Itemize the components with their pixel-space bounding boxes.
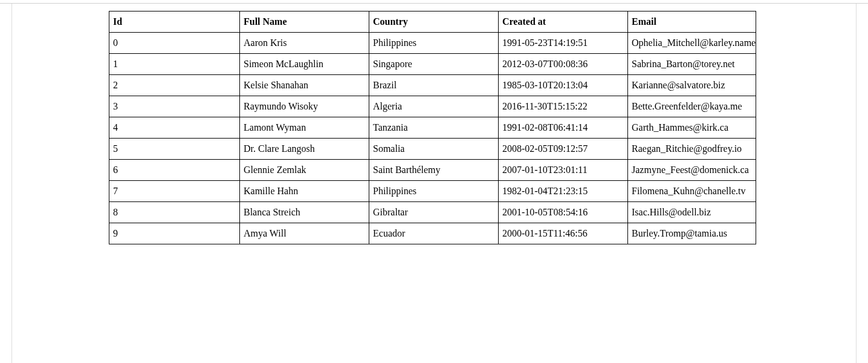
table-row: 7Kamille HahnPhilippines1982-01-04T21:23… xyxy=(109,181,756,202)
cell-country: Algeria xyxy=(369,96,499,117)
cell-full-name: Glennie Zemlak xyxy=(240,160,369,181)
cell-created-at: 2012-03-07T00:08:36 xyxy=(499,54,628,75)
cell-id: 9 xyxy=(109,223,240,244)
table-row: 5Dr. Clare LangoshSomalia2008-02-05T09:1… xyxy=(109,139,756,160)
cell-created-at: 2001-10-05T08:54:16 xyxy=(499,202,628,223)
cell-email: Isac.Hills@odell.biz xyxy=(628,202,756,223)
data-table: Id Full Name Country Created at Email 0A… xyxy=(109,11,756,244)
cell-country: Tanzania xyxy=(369,117,499,139)
cell-full-name: Kamille Hahn xyxy=(240,181,369,202)
cell-email: Filomena_Kuhn@chanelle.tv xyxy=(628,181,756,202)
cell-id: 8 xyxy=(109,202,240,223)
table-container: Id Full Name Country Created at Email 0A… xyxy=(109,11,756,244)
cell-email: Jazmyne_Feest@domenick.ca xyxy=(628,160,756,181)
cell-country: Saint Barthélemy xyxy=(369,160,499,181)
cell-created-at: 2016-11-30T15:15:22 xyxy=(499,96,628,117)
cell-email: Sabrina_Barton@torey.net xyxy=(628,54,756,75)
cell-created-at: 1985-03-10T20:13:04 xyxy=(499,75,628,96)
cell-country: Singapore xyxy=(369,54,499,75)
cell-email: Bette.Greenfelder@kaya.me xyxy=(628,96,756,117)
table-row: 0Aaron KrisPhilippines1991-05-23T14:19:5… xyxy=(109,33,756,54)
cell-created-at: 1991-02-08T06:41:14 xyxy=(499,117,628,139)
cell-id: 3 xyxy=(109,96,240,117)
table-row: 3Raymundo WisokyAlgeria2016-11-30T15:15:… xyxy=(109,96,756,117)
cell-created-at: 2007-01-10T23:01:11 xyxy=(499,160,628,181)
cell-created-at: 1991-05-23T14:19:51 xyxy=(499,33,628,54)
cell-email: Burley.Tromp@tamia.us xyxy=(628,223,756,244)
header-created-at: Created at xyxy=(499,11,628,33)
cell-full-name: Raymundo Wisoky xyxy=(240,96,369,117)
table-row: 4Lamont WymanTanzania1991-02-08T06:41:14… xyxy=(109,117,756,139)
table-row: 9Amya WillEcuador2000-01-15T11:46:56Burl… xyxy=(109,223,756,244)
cell-created-at: 2000-01-15T11:46:56 xyxy=(499,223,628,244)
cell-email: Raegan_Ritchie@godfrey.io xyxy=(628,139,756,160)
header-full-name: Full Name xyxy=(240,11,369,33)
header-country: Country xyxy=(369,11,499,33)
table-row: 1Simeon McLaughlinSingapore2012-03-07T00… xyxy=(109,54,756,75)
cell-email: Garth_Hammes@kirk.ca xyxy=(628,117,756,139)
cell-country: Philippines xyxy=(369,33,499,54)
cell-id: 2 xyxy=(109,75,240,96)
cell-email: Karianne@salvatore.biz xyxy=(628,75,756,96)
cell-country: Brazil xyxy=(369,75,499,96)
cell-full-name: Kelsie Shanahan xyxy=(240,75,369,96)
page-sheet: Id Full Name Country Created at Email 0A… xyxy=(11,4,857,363)
header-email: Email xyxy=(628,11,756,33)
cell-country: Gibraltar xyxy=(369,202,499,223)
cell-full-name: Amya Will xyxy=(240,223,369,244)
cell-id: 7 xyxy=(109,181,240,202)
cell-email: Ophelia_Mitchell@karley.name xyxy=(628,33,756,54)
table-row: 6Glennie ZemlakSaint Barthélemy2007-01-1… xyxy=(109,160,756,181)
header-id: Id xyxy=(109,11,240,33)
cell-id: 1 xyxy=(109,54,240,75)
cell-id: 6 xyxy=(109,160,240,181)
cell-full-name: Dr. Clare Langosh xyxy=(240,139,369,160)
table-row: 8Blanca StreichGibraltar2001-10-05T08:54… xyxy=(109,202,756,223)
cell-country: Ecuador xyxy=(369,223,499,244)
table-row: 2Kelsie ShanahanBrazil1985-03-10T20:13:0… xyxy=(109,75,756,96)
cell-full-name: Blanca Streich xyxy=(240,202,369,223)
cell-full-name: Simeon McLaughlin xyxy=(240,54,369,75)
cell-id: 4 xyxy=(109,117,240,139)
cell-id: 5 xyxy=(109,139,240,160)
table-header: Id Full Name Country Created at Email xyxy=(109,11,756,33)
cell-id: 0 xyxy=(109,33,240,54)
cell-created-at: 1982-01-04T21:23:15 xyxy=(499,181,628,202)
cell-created-at: 2008-02-05T09:12:57 xyxy=(499,139,628,160)
cell-full-name: Aaron Kris xyxy=(240,33,369,54)
cell-country: Philippines xyxy=(369,181,499,202)
cell-full-name: Lamont Wyman xyxy=(240,117,369,139)
viewport: Id Full Name Country Created at Email 0A… xyxy=(0,0,868,363)
table-body: 0Aaron KrisPhilippines1991-05-23T14:19:5… xyxy=(109,33,756,244)
table-header-row: Id Full Name Country Created at Email xyxy=(109,11,756,33)
cell-country: Somalia xyxy=(369,139,499,160)
